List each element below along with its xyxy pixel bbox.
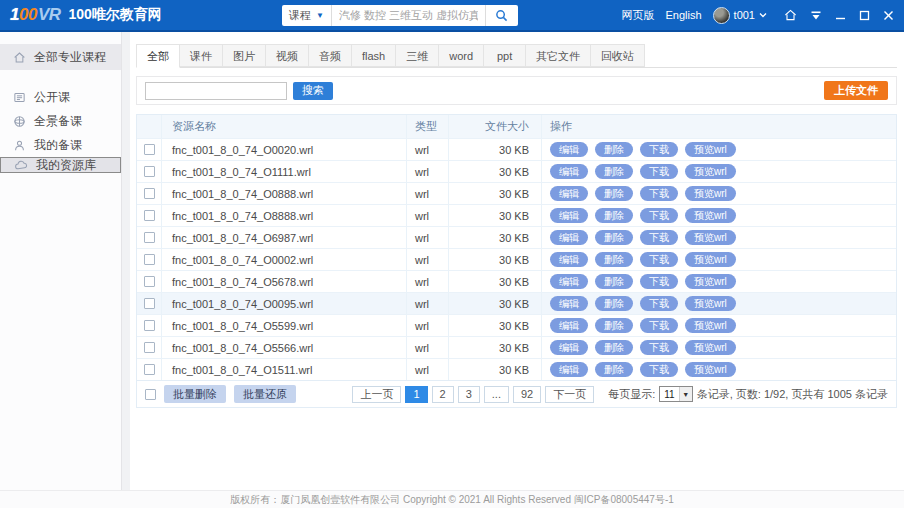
page-button-2[interactable]: 2 bbox=[432, 386, 454, 403]
edit-button[interactable]: 编辑 bbox=[550, 274, 588, 289]
tab-6[interactable]: 三维 bbox=[396, 44, 439, 67]
row-checkbox[interactable] bbox=[144, 144, 155, 155]
delete-button[interactable]: 删除 bbox=[595, 318, 633, 333]
edit-button[interactable]: 编辑 bbox=[550, 318, 588, 333]
row-actions: 编辑删除下载预览wrl bbox=[542, 161, 896, 182]
tab-10[interactable]: 回收站 bbox=[591, 44, 645, 67]
resource-search-input[interactable] bbox=[145, 82, 287, 100]
preview-button[interactable]: 预览wrl bbox=[685, 274, 736, 289]
row-actions: 编辑删除下载预览wrl bbox=[542, 183, 896, 204]
delete-button[interactable]: 删除 bbox=[595, 274, 633, 289]
sidebar-item-3[interactable]: 我的备课 bbox=[0, 133, 121, 157]
minimize-icon[interactable] bbox=[835, 10, 846, 21]
edit-button[interactable]: 编辑 bbox=[550, 252, 588, 267]
download-button[interactable]: 下载 bbox=[640, 252, 678, 267]
edit-button[interactable]: 编辑 bbox=[550, 164, 588, 179]
web-version-link[interactable]: 网页版 bbox=[622, 8, 655, 23]
edit-button[interactable]: 编辑 bbox=[550, 230, 588, 245]
edit-button[interactable]: 编辑 bbox=[550, 296, 588, 311]
row-checkbox[interactable] bbox=[144, 254, 155, 265]
per-page-select[interactable]: 11 ▼ bbox=[659, 386, 692, 402]
edit-button[interactable]: 编辑 bbox=[550, 208, 588, 223]
page-button-3[interactable]: 3 bbox=[458, 386, 480, 403]
tab-9[interactable]: 其它文件 bbox=[526, 44, 591, 67]
edit-button[interactable]: 编辑 bbox=[550, 186, 588, 201]
tab-0[interactable]: 全部 bbox=[136, 44, 180, 68]
edit-button[interactable]: 编辑 bbox=[550, 362, 588, 377]
home-icon[interactable] bbox=[784, 9, 797, 21]
close-icon[interactable] bbox=[883, 10, 894, 21]
delete-button[interactable]: 删除 bbox=[595, 142, 633, 157]
prev-page-button[interactable]: 上一页 bbox=[352, 386, 401, 403]
row-checkbox[interactable] bbox=[144, 364, 155, 375]
batch-delete-button[interactable]: 批量删除 bbox=[164, 385, 226, 403]
preview-button[interactable]: 预览wrl bbox=[685, 318, 736, 333]
preview-button[interactable]: 预览wrl bbox=[685, 230, 736, 245]
preview-button[interactable]: 预览wrl bbox=[685, 186, 736, 201]
page-button-1[interactable]: 1 bbox=[405, 386, 427, 403]
select-all-checkbox[interactable] bbox=[145, 389, 156, 400]
download-button[interactable]: 下载 bbox=[640, 186, 678, 201]
preview-button[interactable]: 预览wrl bbox=[685, 252, 736, 267]
download-button[interactable]: 下载 bbox=[640, 340, 678, 355]
next-page-button[interactable]: 下一页 bbox=[545, 386, 594, 403]
row-checkbox[interactable] bbox=[144, 232, 155, 243]
header-search-button[interactable] bbox=[485, 5, 518, 26]
preview-button[interactable]: 预览wrl bbox=[685, 142, 736, 157]
edit-button[interactable]: 编辑 bbox=[550, 340, 588, 355]
batch-restore-button[interactable]: 批量还原 bbox=[234, 385, 296, 403]
tab-8[interactable]: ppt bbox=[484, 44, 526, 67]
row-checkbox[interactable] bbox=[144, 210, 155, 221]
download-button[interactable]: 下载 bbox=[640, 164, 678, 179]
titlebar-right: 网页版 English t001 bbox=[622, 7, 895, 24]
download-button[interactable]: 下载 bbox=[640, 230, 678, 245]
row-checkbox[interactable] bbox=[144, 342, 155, 353]
tab-2[interactable]: 图片 bbox=[223, 44, 266, 67]
download-button[interactable]: 下载 bbox=[640, 296, 678, 311]
row-checkbox[interactable] bbox=[144, 320, 155, 331]
download-button[interactable]: 下载 bbox=[640, 208, 678, 223]
page-button-92[interactable]: 92 bbox=[513, 386, 541, 403]
sidebar-item-2[interactable]: 全景备课 bbox=[0, 109, 121, 133]
delete-button[interactable]: 删除 bbox=[595, 164, 633, 179]
upload-file-button[interactable]: 上传文件 bbox=[824, 81, 888, 100]
delete-button[interactable]: 删除 bbox=[595, 230, 633, 245]
delete-button[interactable]: 删除 bbox=[595, 296, 633, 311]
preview-button[interactable]: 预览wrl bbox=[685, 340, 736, 355]
delete-button[interactable]: 删除 bbox=[595, 186, 633, 201]
sidebar-item-4[interactable]: 我的资源库 bbox=[0, 157, 121, 173]
preview-button[interactable]: 预览wrl bbox=[685, 208, 736, 223]
row-checkbox[interactable] bbox=[144, 166, 155, 177]
english-link[interactable]: English bbox=[666, 9, 702, 21]
page-button-...[interactable]: ... bbox=[484, 386, 509, 403]
user-menu[interactable]: t001 bbox=[713, 7, 767, 24]
header-search-input[interactable] bbox=[332, 9, 485, 21]
delete-button[interactable]: 删除 bbox=[595, 208, 633, 223]
download-button[interactable]: 下载 bbox=[640, 318, 678, 333]
sidebar-item-0[interactable]: 全部专业课程 bbox=[0, 44, 121, 70]
delete-button[interactable]: 删除 bbox=[595, 340, 633, 355]
preview-button[interactable]: 预览wrl bbox=[685, 164, 736, 179]
preview-button[interactable]: 预览wrl bbox=[685, 362, 736, 377]
download-button[interactable]: 下载 bbox=[640, 274, 678, 289]
delete-button[interactable]: 删除 bbox=[595, 362, 633, 377]
row-checkbox-cell bbox=[137, 359, 162, 380]
download-button[interactable]: 下载 bbox=[640, 362, 678, 377]
row-checkbox[interactable] bbox=[144, 188, 155, 199]
row-checkbox[interactable] bbox=[144, 276, 155, 287]
download-button[interactable]: 下载 bbox=[640, 142, 678, 157]
search-category-dropdown[interactable]: 课程 ▼ bbox=[282, 5, 332, 26]
maximize-icon[interactable] bbox=[859, 10, 870, 21]
delete-button[interactable]: 删除 bbox=[595, 252, 633, 267]
tab-5[interactable]: flash bbox=[352, 44, 396, 67]
row-checkbox[interactable] bbox=[144, 298, 155, 309]
tab-4[interactable]: 音频 bbox=[309, 44, 352, 67]
search-button[interactable]: 搜索 bbox=[293, 82, 333, 100]
tab-7[interactable]: word bbox=[439, 44, 484, 67]
tab-1[interactable]: 课件 bbox=[180, 44, 223, 67]
tab-3[interactable]: 视频 bbox=[266, 44, 309, 67]
skin-dropdown-icon[interactable] bbox=[810, 10, 822, 21]
edit-button[interactable]: 编辑 bbox=[550, 142, 588, 157]
sidebar-item-1[interactable]: 公开课 bbox=[0, 85, 121, 109]
preview-button[interactable]: 预览wrl bbox=[685, 296, 736, 311]
